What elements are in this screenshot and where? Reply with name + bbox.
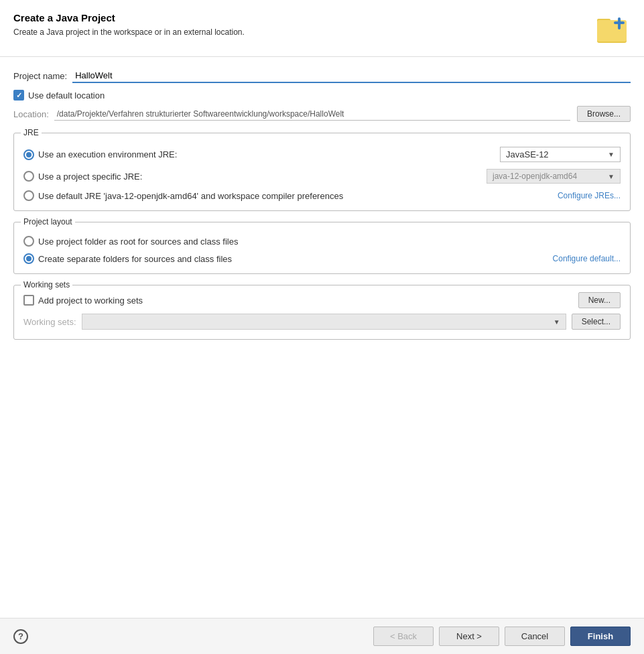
project-name-row: Project name: (13, 69, 631, 83)
jre-option2-dropdown-container: java-12-openjdk-amd64 ▼ (487, 169, 621, 184)
jre-option3-label: Use default JRE 'java-12-openjdk-amd64' … (38, 191, 343, 201)
jre-option1-dropdown-container: JavaSE-12 ▼ (500, 147, 621, 162)
jre-option2-row[interactable]: Use a project specific JRE: java-12-open… (23, 169, 621, 184)
working-sets-checkbox[interactable] (23, 295, 34, 306)
working-sets-input-row: Working sets: ▼ Select... (23, 314, 621, 330)
browse-button[interactable]: Browse... (577, 106, 631, 122)
working-sets-dropdown-arrow: ▼ (554, 318, 560, 326)
project-layout-legend: Project layout (21, 217, 75, 226)
working-sets-section: Working sets Add project to working sets… (13, 285, 631, 340)
jre-configure-link[interactable]: Configure JREs... (558, 191, 621, 200)
help-button[interactable]: ? (13, 629, 28, 644)
layout-option1-label: Use project folder as root for sources a… (38, 237, 238, 247)
working-sets-add-label: Add project to working sets (38, 296, 143, 306)
dialog-title: Create a Java Project (13, 12, 245, 23)
jre-option2-dropdown: java-12-openjdk-amd64 ▼ (487, 169, 621, 184)
working-sets-add-row: Add project to working sets New... (23, 292, 621, 308)
location-label: Location: (13, 109, 49, 119)
location-input (54, 108, 570, 121)
project-name-label: Project name: (13, 71, 67, 81)
footer-right: < Back Next > Cancel Finish (373, 627, 631, 646)
jre-option2-dropdown-value: java-12-openjdk-amd64 (493, 172, 577, 181)
working-sets-legend: Working sets (21, 280, 72, 289)
project-name-input[interactable] (72, 69, 631, 83)
dialog-content: Project name: Use default location Locat… (0, 57, 644, 618)
layout-configure-link-container: Configure default... (553, 254, 621, 263)
use-default-location-row[interactable]: Use default location (13, 90, 631, 101)
jre-option3-row[interactable]: Use default JRE 'java-12-openjdk-amd64' … (23, 190, 621, 201)
next-button[interactable]: Next > (439, 627, 499, 646)
dialog-footer: ? < Back Next > Cancel Finish (0, 618, 644, 654)
working-sets-label: Working sets: (23, 317, 76, 327)
layout-option1-row[interactable]: Use project folder as root for sources a… (23, 236, 621, 247)
jre-option1-row[interactable]: Use an execution environment JRE: JavaSE… (23, 147, 621, 162)
use-default-location-checkbox[interactable] (13, 90, 24, 101)
jre-option1-label: Use an execution environment JRE: (38, 149, 177, 159)
jre-option1-dropdown-value: JavaSE-12 (506, 149, 549, 159)
jre-section: JRE Use an execution environment JRE: Ja… (13, 133, 631, 211)
footer-left: ? (13, 629, 28, 644)
location-row: Location: Browse... (13, 106, 631, 122)
project-layout-section: Project layout Use project folder as roo… (13, 222, 631, 274)
jre-option1-dropdown[interactable]: JavaSE-12 ▼ (500, 147, 621, 162)
layout-option2-label: Create separate folders for sources and … (38, 254, 232, 264)
layout-configure-link[interactable]: Configure default... (553, 254, 621, 263)
jre-dropdown-arrow: ▼ (608, 151, 615, 158)
jre-configure-link-container: Configure JREs... (558, 191, 621, 200)
jre-option3-radio[interactable] (23, 190, 34, 201)
folder-icon (596, 12, 631, 47)
jre-legend: JRE (21, 128, 42, 137)
finish-button[interactable]: Finish (570, 627, 631, 646)
svg-rect-4 (614, 21, 625, 24)
working-sets-field: ▼ (82, 314, 566, 330)
working-sets-new-button[interactable]: New... (578, 292, 621, 308)
dialog-subtitle: Create a Java project in the workspace o… (13, 27, 245, 37)
jre-option2-label: Use a project specific JRE: (38, 172, 142, 182)
layout-option1-radio[interactable] (23, 236, 34, 247)
cancel-button[interactable]: Cancel (505, 627, 565, 646)
header-text-block: Create a Java Project Create a Java proj… (13, 12, 245, 37)
working-sets-select-button[interactable]: Select... (572, 314, 621, 330)
create-java-project-dialog: Create a Java Project Create a Java proj… (0, 0, 644, 654)
jre-option2-dropdown-arrow: ▼ (608, 173, 615, 180)
back-button[interactable]: < Back (373, 627, 434, 646)
layout-option2-radio[interactable] (23, 253, 34, 264)
use-default-location-label: Use default location (28, 90, 105, 101)
jre-option1-radio[interactable] (23, 149, 34, 160)
jre-option2-radio[interactable] (23, 171, 34, 182)
layout-option2-row[interactable]: Create separate folders for sources and … (23, 253, 621, 264)
dialog-header: Create a Java Project Create a Java proj… (0, 0, 644, 57)
